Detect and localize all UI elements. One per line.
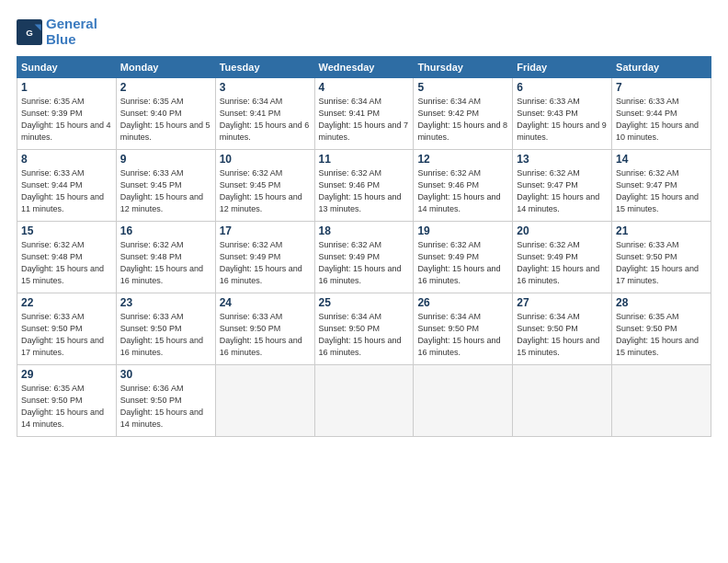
day-info: Sunrise: 6:33 AMSunset: 9:50 PMDaylight:… <box>21 311 112 359</box>
day-info: Sunrise: 6:34 AMSunset: 9:50 PMDaylight:… <box>417 311 508 359</box>
calendar-cell: 27Sunrise: 6:34 AMSunset: 9:50 PMDayligh… <box>513 293 612 365</box>
calendar-cell: 6Sunrise: 6:33 AMSunset: 9:43 PMDaylight… <box>513 78 612 150</box>
calendar-cell: 28Sunrise: 6:35 AMSunset: 9:50 PMDayligh… <box>612 293 711 365</box>
logo-text: GeneralBlue <box>46 17 97 47</box>
day-number: 3 <box>220 81 311 94</box>
calendar-week-row-3: 15Sunrise: 6:32 AMSunset: 9:48 PMDayligh… <box>17 222 711 293</box>
day-info: Sunrise: 6:36 AMSunset: 9:50 PMDaylight:… <box>120 383 211 431</box>
day-header-wednesday: Wednesday <box>314 57 414 78</box>
calendar-cell: 5Sunrise: 6:34 AMSunset: 9:42 PMDaylight… <box>414 78 513 150</box>
svg-text:G: G <box>26 28 33 38</box>
calendar-cell: 2Sunrise: 6:35 AMSunset: 9:40 PMDaylight… <box>116 78 215 150</box>
logo: G GeneralBlue <box>17 17 97 47</box>
day-info: Sunrise: 6:32 AMSunset: 9:49 PMDaylight:… <box>417 239 508 287</box>
day-number: 2 <box>120 81 211 94</box>
day-info: Sunrise: 6:32 AMSunset: 9:49 PMDaylight:… <box>517 239 608 287</box>
day-header-saturday: Saturday <box>612 57 711 78</box>
calendar-cell: 21Sunrise: 6:33 AMSunset: 9:50 PMDayligh… <box>612 222 711 293</box>
day-number: 13 <box>517 153 608 166</box>
day-number: 1 <box>21 81 112 94</box>
calendar-cell <box>414 365 513 437</box>
day-info: Sunrise: 6:34 AMSunset: 9:42 PMDaylight:… <box>417 96 508 144</box>
day-header-sunday: Sunday <box>17 57 117 78</box>
calendar-cell: 25Sunrise: 6:34 AMSunset: 9:50 PMDayligh… <box>314 293 414 365</box>
day-number: 14 <box>616 153 707 166</box>
calendar-cell: 26Sunrise: 6:34 AMSunset: 9:50 PMDayligh… <box>414 293 513 365</box>
day-info: Sunrise: 6:34 AMSunset: 9:50 PMDaylight:… <box>319 311 410 359</box>
day-number: 6 <box>517 81 608 94</box>
day-number: 25 <box>319 296 410 309</box>
calendar-cell: 17Sunrise: 6:32 AMSunset: 9:49 PMDayligh… <box>215 222 314 293</box>
day-info: Sunrise: 6:33 AMSunset: 9:50 PMDaylight:… <box>616 239 707 287</box>
page-header: G GeneralBlue <box>17 17 711 47</box>
day-number: 8 <box>21 153 112 166</box>
day-info: Sunrise: 6:34 AMSunset: 9:50 PMDaylight:… <box>517 311 608 359</box>
calendar-cell: 3Sunrise: 6:34 AMSunset: 9:41 PMDaylight… <box>215 78 314 150</box>
calendar-cell: 14Sunrise: 6:32 AMSunset: 9:47 PMDayligh… <box>612 150 711 222</box>
day-header-monday: Monday <box>116 57 215 78</box>
day-header-thursday: Thursday <box>414 57 513 78</box>
day-number: 19 <box>417 224 508 237</box>
day-number: 4 <box>319 81 410 94</box>
day-number: 5 <box>417 81 508 94</box>
day-info: Sunrise: 6:32 AMSunset: 9:46 PMDaylight:… <box>417 167 508 215</box>
calendar-week-row-5: 29Sunrise: 6:35 AMSunset: 9:50 PMDayligh… <box>17 365 711 437</box>
day-info: Sunrise: 6:32 AMSunset: 9:45 PMDaylight:… <box>220 167 311 215</box>
day-number: 11 <box>319 153 410 166</box>
calendar-cell: 18Sunrise: 6:32 AMSunset: 9:49 PMDayligh… <box>314 222 414 293</box>
day-number: 9 <box>120 153 211 166</box>
calendar-cell: 12Sunrise: 6:32 AMSunset: 9:46 PMDayligh… <box>414 150 513 222</box>
day-number: 7 <box>616 81 707 94</box>
day-number: 15 <box>21 224 112 237</box>
day-info: Sunrise: 6:33 AMSunset: 9:44 PMDaylight:… <box>21 167 112 215</box>
day-number: 16 <box>120 224 211 237</box>
day-number: 27 <box>517 296 608 309</box>
day-info: Sunrise: 6:32 AMSunset: 9:48 PMDaylight:… <box>21 239 112 287</box>
day-info: Sunrise: 6:33 AMSunset: 9:45 PMDaylight:… <box>120 167 211 215</box>
day-number: 20 <box>517 224 608 237</box>
day-number: 24 <box>220 296 311 309</box>
day-info: Sunrise: 6:35 AMSunset: 9:39 PMDaylight:… <box>21 96 112 144</box>
day-info: Sunrise: 6:32 AMSunset: 9:47 PMDaylight:… <box>517 167 608 215</box>
day-info: Sunrise: 6:35 AMSunset: 9:50 PMDaylight:… <box>21 383 112 431</box>
calendar-cell: 7Sunrise: 6:33 AMSunset: 9:44 PMDaylight… <box>612 78 711 150</box>
calendar-cell: 30Sunrise: 6:36 AMSunset: 9:50 PMDayligh… <box>116 365 215 437</box>
day-number: 18 <box>319 224 410 237</box>
day-header-tuesday: Tuesday <box>215 57 314 78</box>
calendar-cell <box>314 365 414 437</box>
day-number: 22 <box>21 296 112 309</box>
calendar-cell: 8Sunrise: 6:33 AMSunset: 9:44 PMDaylight… <box>17 150 117 222</box>
day-info: Sunrise: 6:33 AMSunset: 9:44 PMDaylight:… <box>616 96 707 144</box>
calendar-cell <box>215 365 314 437</box>
calendar-cell: 23Sunrise: 6:33 AMSunset: 9:50 PMDayligh… <box>116 293 215 365</box>
day-number: 23 <box>120 296 211 309</box>
logo-icon: G <box>17 19 42 45</box>
calendar-cell: 4Sunrise: 6:34 AMSunset: 9:41 PMDaylight… <box>314 78 414 150</box>
day-number: 21 <box>616 224 707 237</box>
calendar-cell: 13Sunrise: 6:32 AMSunset: 9:47 PMDayligh… <box>513 150 612 222</box>
day-number: 28 <box>616 296 707 309</box>
day-info: Sunrise: 6:33 AMSunset: 9:43 PMDaylight:… <box>517 96 608 144</box>
day-info: Sunrise: 6:33 AMSunset: 9:50 PMDaylight:… <box>120 311 211 359</box>
calendar-week-row-4: 22Sunrise: 6:33 AMSunset: 9:50 PMDayligh… <box>17 293 711 365</box>
day-info: Sunrise: 6:35 AMSunset: 9:50 PMDaylight:… <box>616 311 707 359</box>
day-number: 17 <box>220 224 311 237</box>
calendar-cell <box>612 365 711 437</box>
calendar-cell: 20Sunrise: 6:32 AMSunset: 9:49 PMDayligh… <box>513 222 612 293</box>
day-number: 29 <box>21 368 112 381</box>
calendar-table: SundayMondayTuesdayWednesdayThursdayFrid… <box>17 56 711 437</box>
calendar-cell: 19Sunrise: 6:32 AMSunset: 9:49 PMDayligh… <box>414 222 513 293</box>
calendar-cell: 16Sunrise: 6:32 AMSunset: 9:48 PMDayligh… <box>116 222 215 293</box>
day-header-friday: Friday <box>513 57 612 78</box>
day-info: Sunrise: 6:35 AMSunset: 9:40 PMDaylight:… <box>120 96 211 144</box>
day-number: 26 <box>417 296 508 309</box>
day-info: Sunrise: 6:33 AMSunset: 9:50 PMDaylight:… <box>220 311 311 359</box>
day-info: Sunrise: 6:34 AMSunset: 9:41 PMDaylight:… <box>220 96 311 144</box>
day-number: 30 <box>120 368 211 381</box>
day-info: Sunrise: 6:32 AMSunset: 9:49 PMDaylight:… <box>220 239 311 287</box>
day-info: Sunrise: 6:32 AMSunset: 9:47 PMDaylight:… <box>616 167 707 215</box>
day-info: Sunrise: 6:32 AMSunset: 9:46 PMDaylight:… <box>319 167 410 215</box>
calendar-cell: 22Sunrise: 6:33 AMSunset: 9:50 PMDayligh… <box>17 293 117 365</box>
day-info: Sunrise: 6:32 AMSunset: 9:49 PMDaylight:… <box>319 239 410 287</box>
calendar-cell: 29Sunrise: 6:35 AMSunset: 9:50 PMDayligh… <box>17 365 117 437</box>
